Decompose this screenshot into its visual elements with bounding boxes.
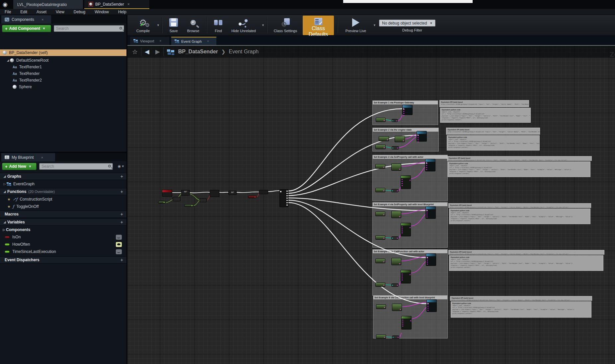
graph-node-bgreen[interactable] [401, 175, 411, 189]
component-row-defaultsceneroot[interactable]: ◢ DefaultSceneRoot [0, 57, 126, 63]
add-dispatcher-button[interactable]: + [120, 257, 123, 263]
graph-node-blue[interactable] [425, 159, 435, 171]
eye-open-icon[interactable] [116, 242, 122, 247]
graph-node-tiny[interactable] [392, 335, 399, 339]
graph-node-tiny[interactable] [391, 189, 399, 192]
tab-event-graph[interactable]: Event Graph × [171, 37, 216, 45]
section-macros[interactable]: Macros + [0, 211, 126, 218]
row-var-timesincelastexecution[interactable]: TimeSinceLastExecution [0, 248, 126, 255]
browse-button[interactable]: Browse [183, 17, 203, 34]
menu-file[interactable]: File [0, 9, 16, 15]
class-defaults-button[interactable]: Class Defaults [303, 16, 334, 35]
row-components-group[interactable]: ▷ Components [0, 226, 126, 233]
menu-debug[interactable]: Debug [69, 9, 90, 15]
component-row-self[interactable]: BP_DataSender (self) [0, 49, 126, 56]
row-var-howoften[interactable]: HowOften [0, 241, 126, 248]
section-event-dispatchers[interactable]: Event Dispatchers + [0, 256, 126, 264]
graph-node-rpill[interactable] [248, 196, 257, 198]
row-constructionscript[interactable]: ★ ↗ƒ ConstructionScript [0, 196, 126, 203]
graph-canvas[interactable]: ☆ ◀ ▶ BP_DataSender ❯ Event Graph Zo Set… [127, 45, 615, 364]
menu-view[interactable]: View [51, 9, 69, 15]
menu-help[interactable]: Help [114, 9, 131, 15]
graph-node-green[interactable] [379, 136, 389, 141]
hide-unrelated-button[interactable]: Hide Unrelated [228, 17, 259, 34]
eye-closed-icon[interactable] [116, 249, 122, 254]
expander-icon[interactable]: ◢ [3, 190, 7, 193]
graph-node-green[interactable] [391, 258, 401, 265]
graph-node-dark[interactable] [259, 190, 268, 194]
components-search-input[interactable] [55, 26, 111, 31]
expander-icon[interactable]: ▷ [2, 228, 6, 231]
add-macro-button[interactable]: + [120, 212, 123, 217]
find-button[interactable]: Find [210, 17, 227, 34]
class-settings-button[interactable]: Class Settings [270, 17, 301, 34]
graph-node-green[interactable] [376, 118, 386, 122]
graph-node-green[interactable] [375, 188, 385, 192]
debug-object-dropdown[interactable]: No debug object selected ▼ [379, 20, 435, 27]
component-row-sphere[interactable]: Sphere [0, 84, 126, 90]
graph-node-tiny[interactable] [391, 236, 399, 240]
section-functions[interactable]: ◢ Functions (20 Overridable) + [0, 188, 126, 195]
preview-live-button[interactable]: Preview Live [341, 17, 370, 34]
graph-node-set[interactable]: SET [181, 190, 190, 196]
view-options-eye-icon[interactable]: ◉ ▾ [118, 164, 124, 168]
compile-options-chevron-icon[interactable]: ▼ [157, 24, 160, 27]
graph-node-tiny[interactable] [392, 119, 398, 122]
myblueprint-search-input[interactable] [41, 163, 99, 169]
component-row-textrender1[interactable]: Aa TextRender1 [0, 64, 126, 70]
expander-icon[interactable]: ◢ [3, 175, 7, 178]
graph-node-green[interactable] [375, 212, 385, 216]
graph-node-bgreen[interactable] [401, 270, 411, 283]
graph-node-event[interactable] [162, 190, 172, 197]
hide-unrelated-chevron-icon[interactable]: ▼ [262, 24, 265, 27]
graph-node-green[interactable] [376, 334, 386, 339]
graph-node-green[interactable] [395, 136, 405, 142]
graph-node-green[interactable] [391, 163, 401, 171]
row-toggleonoff[interactable]: ★ ƒ ToggleOnOff [0, 203, 126, 210]
tab-my-blueprint[interactable]: My Blueprint × [1, 153, 55, 161]
graph-node-op[interactable] [173, 197, 181, 201]
expander-icon[interactable]: ▷ [3, 182, 7, 186]
graph-node-green[interactable] [375, 145, 386, 149]
components-search[interactable] [54, 25, 124, 32]
expander-icon[interactable]: ◢ [3, 220, 7, 224]
graph-node-tiny[interactable] [391, 283, 399, 287]
graph-node-green[interactable] [391, 211, 401, 218]
component-row-textrender[interactable]: Aa TextRender [0, 71, 126, 77]
graph-node-dark[interactable] [210, 190, 219, 197]
tab-components[interactable]: Components × [1, 15, 51, 24]
graph-node-gpill[interactable] [158, 201, 166, 204]
menu-edit[interactable]: Edit [16, 9, 32, 15]
favorite-star-icon[interactable]: ☆ [132, 48, 138, 56]
graph-node-green[interactable] [375, 164, 385, 169]
asset-tab-level[interactable]: LVL_PixotopeDataIntegratio [13, 0, 83, 9]
save-button[interactable]: Save [165, 17, 183, 34]
asset-tab-bp-datasender[interactable]: BP_DataSender × [84, 0, 149, 9]
back-button[interactable]: ◀ [145, 48, 149, 55]
close-icon[interactable]: × [41, 155, 43, 159]
close-icon[interactable]: × [160, 39, 162, 43]
graph-node-blue[interactable] [417, 131, 427, 142]
graph-node-green[interactable] [392, 304, 402, 311]
eye-closed-icon[interactable] [116, 235, 122, 240]
row-var-ison[interactable]: IsOn [0, 234, 126, 240]
add-function-button[interactable]: + [120, 189, 123, 194]
menu-window[interactable]: Window [90, 9, 114, 15]
menu-asset[interactable]: Asset [32, 9, 51, 15]
graph-node-seq[interactable] [279, 189, 288, 207]
breadcrumb-root[interactable]: BP_DataSender [178, 49, 218, 55]
close-icon[interactable]: × [127, 2, 130, 7]
compile-button[interactable]: ⚙⚙✓ Compile [132, 17, 154, 34]
add-new-button[interactable]: + Add New ▼ [2, 163, 37, 170]
forward-button[interactable]: ▶ [155, 48, 160, 55]
section-variables[interactable]: ◢ Variables + [0, 218, 126, 226]
graph-node-blue[interactable] [426, 299, 437, 312]
add-variable-button[interactable]: + [120, 219, 123, 225]
graph-node-green[interactable] [375, 235, 385, 240]
section-graphs[interactable]: ◢ Graphs + [0, 173, 126, 180]
graph-node-blue[interactable] [402, 105, 413, 115]
expander-icon[interactable]: ◢ [6, 59, 10, 62]
add-graph-button[interactable]: + [120, 174, 123, 179]
graph-node-bgreen[interactable] [401, 316, 412, 330]
graph-node-tiny[interactable] [392, 146, 399, 150]
